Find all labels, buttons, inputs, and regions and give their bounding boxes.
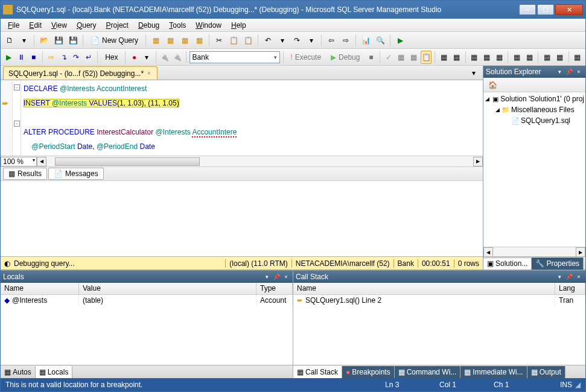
breakpoints-tab[interactable]: ● Breakpoints [342,366,395,378]
include-stats-button[interactable]: ▦ [451,51,462,64]
locals-tab[interactable]: ▦ Locals [36,366,73,378]
horizontal-scrollbar[interactable] [46,157,473,166]
stop-button[interactable]: ■ [28,51,39,64]
output-tab[interactable]: ▦ Output [527,366,565,378]
mdx-query-button[interactable]: ▦ [164,34,177,47]
callstack-tab[interactable]: ▦ Call Stack [293,366,342,378]
col-lang[interactable]: Lang [555,283,585,294]
start-debug-button[interactable]: ▶ [3,51,14,64]
breakpoints-button[interactable]: ● [129,51,140,64]
undo-button[interactable]: ↶ [261,34,275,47]
database-combo[interactable]: Bank [189,51,280,63]
outline-gutter[interactable]: − − [13,80,21,156]
hex-toggle-button[interactable]: Hex [101,51,122,64]
panel-dropdown-button[interactable]: ▾ [555,68,564,76]
close-button[interactable]: ✕ [555,4,583,15]
solution-tree[interactable]: ◢ ▣ Solution 'Solution1' (0 proj ◢ 📁 Mis… [483,92,585,247]
query-options-button[interactable]: ▦ [408,51,419,64]
undo-dropdown[interactable]: ▾ [276,34,289,47]
zoom-combo[interactable]: 100 % [1,157,37,166]
tree-solution-node[interactable]: ◢ ▣ Solution 'Solution1' (0 proj [485,93,584,104]
panel-dropdown-button[interactable]: ▾ [555,273,564,281]
open-button[interactable]: 📂 [37,34,51,47]
step-over-button[interactable]: ↷ [71,51,82,64]
find-button[interactable]: 🔍 [374,34,387,47]
nav-back-button[interactable]: ⇦ [325,34,338,47]
intellisense-button[interactable]: 📋 [421,51,432,64]
col-name[interactable]: Name [293,283,555,294]
execute-button[interactable]: ! Execute [286,51,325,64]
solution-explorer-tab[interactable]: ▣ Solution... [483,258,532,270]
panel-pin-button[interactable]: 📌 [565,68,573,76]
panel-dropdown-button[interactable]: ▾ [263,273,271,281]
paste-button[interactable]: 📋 [241,34,255,47]
scroll-left-button[interactable]: ◀ [37,157,46,166]
scrollbar-thumb[interactable] [55,157,200,166]
panel-pin-button[interactable]: 📌 [565,273,573,281]
menu-edit[interactable]: Edit [24,20,46,31]
properties-tab[interactable]: 🔧 Properties [532,258,584,270]
solution-home-button[interactable]: 🏠 [486,78,499,92]
nav-fwd-button[interactable]: ⇨ [339,34,352,47]
callstack-row[interactable]: ➨ SQLQuery1.sql() Line 2 Tran [293,295,585,306]
minimize-button[interactable]: ─ [519,4,536,15]
breakpoint-gutter[interactable]: ➨ [1,80,13,156]
locals-row[interactable]: ◆ @Interests (table) Account [1,295,293,306]
outdent-button[interactable]: ▦ [554,51,565,64]
results-text-button[interactable]: ▦ [468,51,480,64]
tab-dropdown-button[interactable]: ▾ [467,66,480,80]
menu-file[interactable]: File [3,20,24,31]
cut-button[interactable]: ✂ [212,34,226,47]
include-plan-button[interactable]: ▦ [438,51,450,64]
code-editor[interactable]: ➨ − − DECLARE @Interests AccountInterest… [1,80,483,156]
expand-icon[interactable]: ◢ [494,107,500,113]
save-all-button[interactable]: 💾 [66,34,80,47]
panel-close-button[interactable]: × [575,273,583,281]
immediate-window-tab[interactable]: ▦ Immediate Wi... [460,366,527,378]
code-text[interactable]: DECLARE @Interests AccountInterest INSER… [21,80,483,156]
activity-monitor-button[interactable]: 📊 [359,34,372,47]
parse-button[interactable]: ✓ [383,51,395,64]
comment-button[interactable]: ▦ [511,51,523,64]
tree-folder-node[interactable]: ◢ 📁 Miscellaneous Files [485,104,584,115]
results-tab[interactable]: ▦ Results [3,168,47,180]
breakpoints-dropdown[interactable]: ▾ [141,51,153,64]
close-tab-button[interactable]: × [146,70,152,77]
dmx-query-button[interactable]: ▦ [178,34,191,47]
results-file-button[interactable]: ▦ [494,51,505,64]
locals-grid-body[interactable]: ◆ @Interests (table) Account [1,295,293,365]
menu-view[interactable]: View [46,20,72,31]
show-next-button[interactable]: ⇨ [46,51,57,64]
cancel-query-button[interactable]: ■ [365,51,377,64]
menu-debug[interactable]: Debug [133,20,164,31]
resize-grip-icon[interactable]: ◢ [572,381,581,389]
specify-template-button[interactable]: ▦ [572,51,583,64]
outline-collapse-2[interactable]: − [14,121,20,127]
xmla-query-button[interactable]: ▦ [193,34,206,47]
uncomment-button[interactable]: ▦ [524,51,535,64]
col-name[interactable]: Name [1,283,79,294]
copy-button[interactable]: 📋 [227,34,240,47]
debug-button[interactable]: ▶ Debug [326,51,364,64]
db-engine-query-button[interactable]: ▦ [149,34,162,47]
outline-collapse-1[interactable]: − [14,84,20,90]
autos-tab[interactable]: ▦ Autos [1,366,36,378]
pause-button[interactable]: ⏸ [16,51,27,64]
menu-help[interactable]: Help [226,20,251,31]
messages-tab[interactable]: 📄 Messages [48,168,104,180]
change-conn-button[interactable]: 🔌 [171,51,183,64]
solution-hscroll[interactable]: ◀ ▶ [483,247,585,256]
expand-icon[interactable]: ◢ [485,96,490,102]
new-query-button[interactable]: 📄 New Query [86,34,142,47]
col-value[interactable]: Value [79,283,256,294]
step-into-button[interactable]: ↴ [58,51,69,64]
panel-pin-button[interactable]: 📌 [272,273,281,281]
callstack-grid-body[interactable]: ➨ SQLQuery1.sql() Line 2 Tran [293,295,585,365]
display-plan-button[interactable]: ▦ [396,51,407,64]
continue-button[interactable]: ▶ [393,34,407,47]
scroll-right-button[interactable]: ▶ [473,157,483,166]
indent-button[interactable]: ▦ [541,51,553,64]
scroll-right-button[interactable]: ▶ [576,247,585,257]
menu-query[interactable]: Query [72,20,101,31]
panel-close-button[interactable]: × [282,273,290,281]
